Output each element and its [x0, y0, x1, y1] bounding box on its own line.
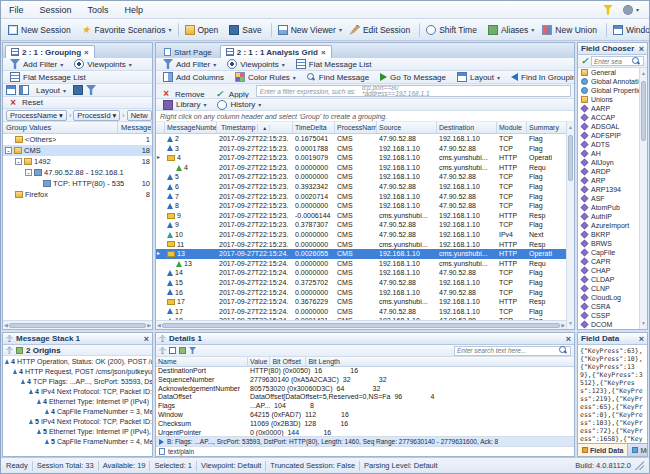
- menu-file[interactable]: File: [1, 1, 32, 19]
- field-chooser-item[interactable]: CAPR: [578, 257, 639, 266]
- field-chooser-item[interactable]: BKRP: [578, 230, 639, 239]
- field-chooser-item[interactable]: ADTS: [578, 140, 639, 149]
- scroll-right-icon[interactable]: ▶: [147, 321, 151, 330]
- field-chooser-item[interactable]: AH: [578, 149, 639, 158]
- tab-grouping[interactable]: 2 : 1 : Grouping ×: [5, 45, 95, 58]
- grid-row[interactable]: 17 2017-09-27T22:15:24. 0.3676229 CMS cm…: [156, 297, 566, 307]
- scroll-down-icon[interactable]: ▼: [568, 319, 573, 328]
- scroll-left-icon[interactable]: ◀: [157, 321, 161, 330]
- field-chooser-item[interactable]: ARP: [578, 176, 639, 185]
- tree-toggle[interactable]: -: [25, 169, 32, 176]
- field-chooser-item[interactable]: DCOM: [578, 320, 639, 329]
- stack-item[interactable]: 5 IPv4 Next Protocol: TCP, Packet ID: 30…: [3, 416, 152, 426]
- pin-icon[interactable]: [159, 335, 166, 342]
- library-button[interactable]: Library▾: [159, 99, 210, 111]
- grid-row[interactable]: 7 2017-09-27T22:15:23. 0.0020714 CMS 192…: [156, 192, 566, 202]
- field-chooser-item[interactable]: ARDP: [578, 167, 639, 176]
- settings-button[interactable]: ▾: [619, 1, 643, 19]
- tree-toggle[interactable]: -: [5, 147, 12, 154]
- column-header-bit-length[interactable]: Bit Length: [306, 357, 344, 366]
- toolbar-button[interactable]: Open: [181, 21, 226, 39]
- paw-icon[interactable]: [179, 347, 186, 354]
- add-columns-button[interactable]: Add Columns: [159, 71, 228, 84]
- group-row[interactable]: - 47.90.52.88 - 192.168.1...: [3, 167, 152, 178]
- group-row[interactable]: - CMS 18: [3, 145, 152, 156]
- close-icon[interactable]: ×: [84, 48, 89, 57]
- row-expander[interactable]: ▸: [156, 153, 165, 163]
- grid-row[interactable]: 2 2017-09-27T22:15:23. 0.1675041 CMS 47.…: [156, 134, 566, 144]
- field-chooser-item[interactable]: AtomPub: [578, 203, 639, 212]
- detail-row[interactable]: DataOffset DataOffset[DataOffset=5,Reser…: [156, 393, 574, 402]
- toolbar-button[interactable]: Window Layout ▾: [609, 21, 649, 39]
- field-chooser-item[interactable]: AARP: [578, 104, 639, 113]
- save-layout-icon[interactable]: [73, 85, 83, 95]
- detail-row[interactable]: DestinationPort HTTP(80) (0x0050) 16 16: [156, 367, 574, 376]
- field-chooser-item[interactable]: AllJoyn: [578, 158, 639, 167]
- grid-row[interactable]: 10 2017-09-27T22:15:23. 0.0000000 CMS 47…: [156, 230, 566, 240]
- layout-grid-icon[interactable]: [6, 85, 16, 95]
- add-field-icon[interactable]: [581, 56, 588, 66]
- field-chooser-vscrollbar[interactable]: ▲ ▼: [639, 68, 647, 329]
- viewpoints-button[interactable]: Viewpoints▾: [70, 58, 136, 71]
- group-row[interactable]: <Others> 1: [3, 134, 152, 145]
- field-chooser-item[interactable]: CLDAP: [578, 275, 639, 284]
- grouping-hscrollbar[interactable]: ◀ ▶: [3, 320, 152, 329]
- add-filter-button[interactable]: Add Filter▾: [159, 58, 220, 71]
- toolbar-button[interactable]: Shift Time: [422, 21, 484, 39]
- tab-field-data[interactable]: Field Data: [578, 444, 628, 456]
- toolbar-button[interactable]: [271, 23, 272, 37]
- field-chooser-item[interactable]: Global Properties: [578, 86, 639, 95]
- column-header-processname[interactable]: ProcessName: [335, 122, 377, 133]
- grid-row[interactable]: 16 2017-09-27T22:15:24. 0.0000000 CMS 19…: [156, 288, 566, 298]
- find-message-button[interactable]: Find Message: [303, 71, 373, 84]
- field-chooser-search-input[interactable]: [594, 58, 630, 65]
- scroll-thumb[interactable]: [162, 323, 560, 328]
- viewpoints-button[interactable]: Viewpoints▾: [223, 58, 289, 71]
- toolbar-button[interactable]: Edit Session: [346, 21, 417, 39]
- global-filter-icon[interactable]: [603, 5, 613, 15]
- field-chooser-item[interactable]: ACCAP: [578, 113, 639, 122]
- color-rules-button[interactable]: Color Rules▾: [231, 71, 300, 84]
- remove-filter-button[interactable]: Remove: [159, 85, 209, 99]
- field-chooser-item[interactable]: Global Annotations: [578, 77, 639, 86]
- stack-item[interactable]: 4 TCP Flags: ...AP..., SrcPort: 53593, D…: [3, 376, 152, 386]
- field-chooser-item[interactable]: BRWS: [578, 239, 639, 248]
- resize-grip[interactable]: [635, 461, 644, 470]
- grid-row[interactable]: 13 2017-09-27T22:15:24. 0.0000000 CMS 19…: [156, 259, 566, 269]
- detail-row[interactable]: AcknowledgementNumber 805753020 (0x30060…: [156, 385, 574, 394]
- grid-row[interactable]: ▸ 4 2017-09-27T22:15:23. 0.0019079 CMS 1…: [156, 153, 566, 163]
- grid-hscrollbar[interactable]: ◀ ▶: [156, 320, 566, 329]
- row-expander[interactable]: ▸: [156, 249, 165, 259]
- stack-item[interactable]: 5 Ethernet Type: Internet IP (IPv4), D: [3, 426, 152, 436]
- close-icon[interactable]: ×: [639, 334, 644, 344]
- scroll-right-icon[interactable]: ▶: [561, 321, 565, 330]
- column-header-source[interactable]: Source: [377, 122, 437, 133]
- toolbar-button[interactable]: New Viewer ▾: [274, 21, 346, 39]
- copy-icon[interactable]: [169, 347, 176, 354]
- field-chooser-item[interactable]: AuthIP: [578, 212, 639, 221]
- column-header-destination[interactable]: Destination: [437, 122, 497, 133]
- toolbar-button[interactable]: Aliases ▾: [484, 21, 538, 39]
- menu-session[interactable]: Session: [32, 1, 80, 19]
- grid-row[interactable]: ▸ 13 2017-09-27T22:15:24. 0.0026055 CMS …: [156, 249, 566, 259]
- scroll-down-icon[interactable]: ▼: [641, 319, 646, 328]
- details-search-input[interactable]: [457, 347, 557, 354]
- grid-row[interactable]: 11 2017-09-27T22:15:23. 0.0000000 CMS cm…: [156, 240, 566, 250]
- column-header-timedelta[interactable]: TimeDelta: [293, 122, 335, 133]
- layout-button[interactable]: Layout▾: [32, 84, 70, 97]
- tcp-summary-line[interactable]: B: Flags: ...AP..., SrcPort: 53593, DstP…: [156, 436, 574, 446]
- toolbar-button[interactable]: [606, 23, 607, 37]
- scroll-up-icon[interactable]: ▲: [568, 123, 573, 132]
- grid-row[interactable]: 8 2017-09-27T22:15:23. 0.0000000 CMS 192…: [156, 201, 566, 211]
- scroll-left-icon[interactable]: ◀: [4, 321, 8, 330]
- field-chooser-item[interactable]: ARP1394: [578, 185, 639, 194]
- tab-analysis-grid[interactable]: 2 : 1 : 1 Analysis Grid ×: [220, 45, 332, 58]
- detail-row[interactable]: Checksum 11069 (0x2B3D) 128 16: [156, 420, 574, 429]
- stack-item[interactable]: 4 CapFile FrameNumber = 3, Media: [3, 406, 152, 416]
- reset-button[interactable]: Reset: [6, 97, 47, 109]
- column-header-messagenumber[interactable]: MessageNumber: [165, 122, 217, 133]
- grid-row[interactable]: 9 2017-09-27T22:15:23. -0.0006144 CMS cm…: [156, 211, 566, 221]
- tree-toggle[interactable]: -: [15, 158, 22, 165]
- toolbar-button[interactable]: [419, 23, 420, 37]
- stack-item[interactable]: 4 Ethernet Type: Internet IP (IPv4): [3, 396, 152, 406]
